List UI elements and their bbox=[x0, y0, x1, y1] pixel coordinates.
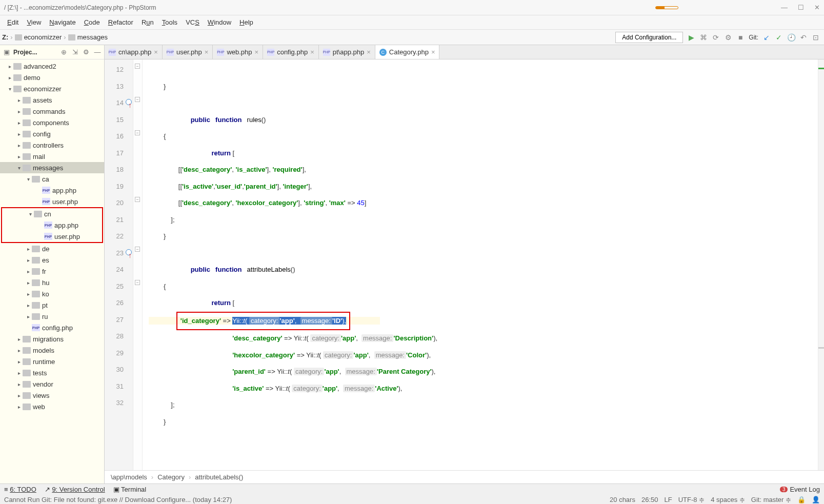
tree-item-economizzer[interactable]: ▾economizzer bbox=[0, 83, 104, 94]
tree-item-es[interactable]: ▸es bbox=[0, 254, 104, 266]
menu-view[interactable]: View bbox=[24, 17, 44, 27]
project-tree[interactable]: ▸advanced2▸demo▾economizzer▸assets▸comma… bbox=[0, 59, 104, 483]
tab-web-php[interactable]: PHPweb.php× bbox=[213, 45, 263, 59]
tree-arrow-icon[interactable]: ▸ bbox=[6, 75, 13, 80]
tab-close-icon[interactable]: × bbox=[255, 48, 259, 56]
terminal-tool[interactable]: ▣ Terminal bbox=[113, 486, 147, 493]
line-number[interactable]: 30 bbox=[105, 361, 124, 378]
line-number[interactable]: 19 bbox=[105, 178, 124, 195]
tree-arrow-icon[interactable]: ▸ bbox=[15, 336, 23, 342]
tree-arrow-icon[interactable]: ▾ bbox=[6, 86, 13, 92]
tree-item-config-php[interactable]: PHPconfig.php bbox=[0, 322, 104, 333]
menu-vcs[interactable]: VCS bbox=[183, 17, 203, 27]
close-icon[interactable]: ✕ bbox=[814, 4, 820, 11]
event-log[interactable]: 3Event Log bbox=[780, 486, 820, 493]
tree-item-mail[interactable]: ▸mail bbox=[0, 151, 104, 162]
sidebar-title[interactable]: Projec... bbox=[13, 49, 57, 56]
tree-arrow-icon[interactable]: ▸ bbox=[15, 109, 23, 114]
line-number[interactable]: 16 bbox=[105, 128, 124, 145]
tab-close-icon[interactable]: × bbox=[205, 48, 209, 56]
tree-arrow-icon[interactable]: ▸ bbox=[25, 314, 32, 319]
tree-arrow-icon[interactable]: ▸ bbox=[25, 257, 32, 263]
line-number[interactable]: 32 bbox=[105, 395, 124, 412]
tree-arrow-icon[interactable]: ▸ bbox=[15, 131, 23, 137]
fold-column[interactable]: − − − − − − bbox=[133, 59, 143, 470]
tab-pt-app-php[interactable]: PHPpt\app.php× bbox=[319, 45, 375, 59]
tree-item-ko[interactable]: ▸ko bbox=[0, 288, 104, 299]
tree-item-demo[interactable]: ▸demo bbox=[0, 72, 104, 83]
line-number[interactable]: 28 bbox=[105, 328, 124, 345]
tree-item-user-php[interactable]: PHPuser.php bbox=[0, 196, 104, 207]
tree-item-components[interactable]: ▸components bbox=[0, 117, 104, 128]
coverage-icon[interactable]: ⟳ bbox=[712, 33, 720, 42]
breadcrumb-root[interactable]: Z: bbox=[2, 33, 8, 41]
tree-item-app-php[interactable]: PHPapp.php bbox=[2, 219, 102, 231]
line-number[interactable]: 26 bbox=[105, 295, 124, 312]
tab-close-icon[interactable]: × bbox=[367, 48, 371, 56]
tree-item-commands[interactable]: ▸commands bbox=[0, 106, 104, 117]
stop-icon[interactable]: ■ bbox=[736, 33, 745, 42]
profile-icon[interactable]: ⚙ bbox=[724, 33, 732, 42]
tree-arrow-icon[interactable]: ▸ bbox=[15, 370, 23, 376]
line-number[interactable]: 25 bbox=[105, 278, 124, 295]
tree-item-user-php[interactable]: PHPuser.php bbox=[2, 231, 102, 242]
tree-arrow-icon[interactable]: ▸ bbox=[15, 348, 23, 353]
maximize-icon[interactable]: ☐ bbox=[798, 4, 804, 11]
tree-item-ca[interactable]: ▾ca bbox=[0, 173, 104, 185]
tree-item-assets[interactable]: ▸assets bbox=[0, 94, 104, 106]
tree-item-vendor[interactable]: ▸vendor bbox=[0, 378, 104, 390]
tree-item-hu[interactable]: ▸hu bbox=[0, 277, 104, 288]
tab-close-icon[interactable]: × bbox=[154, 48, 158, 56]
tree-arrow-icon[interactable]: ▸ bbox=[15, 404, 23, 410]
tab-user-php[interactable]: PHPuser.php× bbox=[163, 45, 213, 59]
git-branch[interactable]: Git: master ≑ bbox=[751, 496, 791, 503]
tree-arrow-icon[interactable]: ▸ bbox=[15, 359, 23, 365]
tree-item-tests[interactable]: ▸tests bbox=[0, 367, 104, 378]
tree-item-fr[interactable]: ▸fr bbox=[0, 266, 104, 277]
line-number[interactable]: 20 bbox=[105, 195, 124, 212]
git-commit-icon[interactable]: ✓ bbox=[775, 33, 783, 42]
code-content[interactable]: } public function rules() { return [ [['… bbox=[143, 59, 824, 470]
line-number[interactable]: 12 bbox=[105, 62, 124, 78]
line-number[interactable]: 13 bbox=[105, 78, 124, 95]
breadcrumb-item[interactable]: economizzer bbox=[24, 33, 62, 41]
menu-run[interactable]: Run bbox=[138, 17, 157, 27]
line-number[interactable]: 17 bbox=[105, 145, 124, 162]
tree-item-config[interactable]: ▸config bbox=[0, 128, 104, 139]
line-number[interactable]: 31 bbox=[105, 378, 124, 395]
line-number[interactable]: 23↑ bbox=[105, 245, 124, 262]
line-number[interactable]: 21 bbox=[105, 212, 124, 229]
line-number[interactable]: 29 bbox=[105, 345, 124, 362]
menu-navigate[interactable]: Navigate bbox=[46, 17, 78, 27]
tree-item-advanced2[interactable]: ▸advanced2 bbox=[0, 61, 104, 72]
code-editor[interactable]: 121314↑151617181920212223↑24252627282930… bbox=[105, 59, 824, 470]
tree-item-messages[interactable]: ▾messages bbox=[0, 162, 104, 173]
tree-item-migrations[interactable]: ▸migrations bbox=[0, 333, 104, 345]
bc-method[interactable]: attributeLabels() bbox=[195, 473, 243, 481]
line-separator[interactable]: LF bbox=[664, 496, 672, 503]
tree-arrow-icon[interactable]: ▸ bbox=[15, 97, 23, 103]
hector-icon[interactable]: 👤 bbox=[812, 496, 820, 503]
tree-item-de[interactable]: ▸de bbox=[0, 243, 104, 254]
tree-arrow-icon[interactable]: ▸ bbox=[25, 269, 32, 274]
vcs-tool[interactable]: ↗ 9: Version Control bbox=[45, 486, 105, 493]
expand-icon[interactable]: ⇲ bbox=[70, 48, 79, 56]
tree-arrow-icon[interactable]: ▸ bbox=[25, 280, 32, 286]
collapse-icon[interactable]: — bbox=[93, 48, 102, 56]
indent-info[interactable]: 4 spaces ≑ bbox=[711, 496, 745, 503]
tree-arrow-icon[interactable]: ▸ bbox=[15, 381, 23, 387]
tree-item-controllers[interactable]: ▸controllers bbox=[0, 139, 104, 151]
tab-close-icon[interactable]: × bbox=[310, 48, 314, 56]
git-history-icon[interactable]: 🕘 bbox=[787, 33, 795, 42]
tree-item-models[interactable]: ▸models bbox=[0, 345, 104, 356]
bc-namespace[interactable]: \app\models bbox=[111, 473, 147, 481]
tab-Category-php[interactable]: CCategory.php× bbox=[375, 45, 440, 59]
tree-item-cn[interactable]: ▾cn bbox=[2, 208, 102, 219]
tree-arrow-icon[interactable]: ▸ bbox=[15, 120, 23, 126]
run-icon[interactable]: ▶ bbox=[687, 33, 695, 42]
error-stripe[interactable] bbox=[818, 59, 824, 470]
tree-item-ru[interactable]: ▸ru bbox=[0, 311, 104, 322]
line-number[interactable]: 22 bbox=[105, 228, 124, 245]
tab-config-php[interactable]: PHPconfig.php× bbox=[263, 45, 319, 59]
gear-icon[interactable]: ⚙ bbox=[82, 48, 91, 56]
